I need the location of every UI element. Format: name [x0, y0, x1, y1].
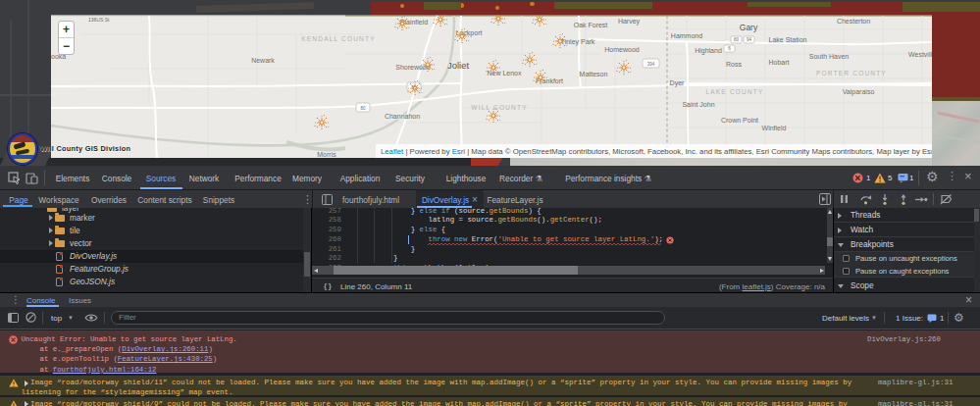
svg-text:Ross: Ross: [726, 61, 742, 68]
svg-text:Winfield: Winfield: [762, 125, 787, 131]
svg-text:Hobart: Hobart: [768, 59, 789, 66]
svg-text:Joliet: Joliet: [447, 60, 470, 71]
svg-text:WILL COUNTY: WILL COUNTY: [471, 104, 527, 111]
svg-text:Matteson: Matteson: [580, 71, 608, 77]
svg-text:94: 94: [747, 37, 752, 42]
svg-text:Newark: Newark: [251, 57, 275, 64]
svg-text:Dyer: Dyer: [670, 79, 685, 87]
svg-text:Chesterton: Chesterton: [837, 18, 870, 25]
svg-text:Leaflet | Powered by Esri | Ma: Leaflet | Powered by Esri | Map data © O…: [381, 147, 932, 156]
svg-text:Westville: Westville: [908, 51, 932, 58]
svg-text:Oak Forest: Oak Forest: [574, 22, 608, 28]
svg-text:136US St: 136US St: [88, 17, 110, 23]
svg-text:80: 80: [734, 37, 740, 42]
svg-text:Harvey: Harvey: [618, 18, 641, 25]
svg-text:Crown Point: Crown Point: [721, 117, 758, 124]
svg-text:Saint John: Saint John: [682, 101, 714, 108]
svg-text:Morris: Morris: [317, 151, 336, 158]
svg-text:Channahon: Channahon: [385, 113, 420, 120]
svg-text:Frankfort: Frankfort: [536, 77, 563, 84]
svg-text:80: 80: [360, 106, 366, 111]
svg-text:Gary: Gary: [740, 23, 758, 32]
svg-text:394: 394: [647, 62, 655, 67]
svg-text:Lake Station: Lake Station: [769, 36, 807, 43]
svg-text:Hammond: Hammond: [671, 32, 702, 39]
svg-text:Homewood: Homewood: [604, 46, 640, 53]
svg-text:PORTER COUNTY: PORTER COUNTY: [816, 70, 887, 76]
svg-text:Tinley Park: Tinley Park: [561, 38, 595, 46]
svg-text:South Haven: South Haven: [809, 53, 850, 60]
svg-text:KENDALL COUNTY: KENDALL COUNTY: [301, 35, 375, 42]
svg-text:LAKE COUNTY: LAKE COUNTY: [705, 88, 763, 95]
svg-text:Highland: Highland: [695, 47, 722, 55]
svg-text:New Lenox: New Lenox: [487, 70, 522, 76]
svg-text:Valparaiso: Valparaiso: [843, 88, 875, 96]
